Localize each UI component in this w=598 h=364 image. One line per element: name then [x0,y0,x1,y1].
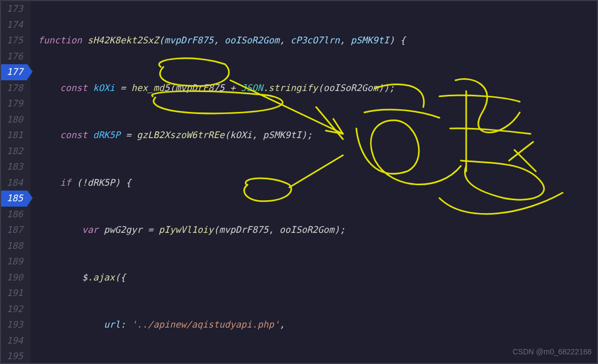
line-number[interactable]: 183 [1,159,27,175]
line-number[interactable]: 190 [1,270,27,286]
code-line: const kOXi = hex_md5(mvpDrF875 + JSON.st… [38,80,597,96]
line-number[interactable]: 189 [1,254,27,270]
line-number[interactable]: 175 [1,33,27,49]
line-number[interactable]: 180 [1,112,27,128]
code-line: const dRK5P = gzLB2XszoW6trREe(kOXi, pSM… [38,127,597,143]
line-number[interactable]: 193 [1,317,27,333]
code-area[interactable]: function sH42K8ekt2SxZ(mvpDrF875, ooISoR… [31,1,597,363]
code-line: var pwG2gyr = pIywVl1oiy(mvpDrF875, ooIS… [38,222,597,238]
line-number[interactable]: 176 [1,49,27,65]
line-number[interactable]: 184 [1,175,27,191]
line-number[interactable]: 192 [1,301,27,317]
line-number[interactable]: 195 [1,348,27,364]
line-number[interactable]: 181 [1,127,27,143]
line-number[interactable]: 178 [1,80,27,96]
line-number[interactable]: 182 [1,143,27,160]
line-number[interactable]: 188 [1,238,27,254]
line-number[interactable]: 185 [1,191,27,207]
line-number[interactable]: 173 [1,1,27,17]
line-number[interactable]: 177 [1,64,27,80]
line-number[interactable]: 191 [1,285,27,301]
code-line: url: '../apinew/aqistudyapi.php', [38,317,597,333]
code-line: if (!dRK5P) { [38,175,597,191]
line-number[interactable]: 194 [1,333,27,349]
line-number[interactable]: 179 [1,96,27,112]
line-number-gutter: 1731741751761771781791801811821831841851… [1,1,31,363]
line-number[interactable]: 187 [1,222,27,238]
code-editor: 1731741751761771781791801811821831841851… [0,0,598,364]
line-number[interactable]: 174 [1,17,27,33]
line-number[interactable]: 186 [1,207,27,223]
code-line: function sH42K8ekt2SxZ(mvpDrF875, ooISoR… [38,33,597,49]
code-line: $.ajax({ [38,270,597,286]
